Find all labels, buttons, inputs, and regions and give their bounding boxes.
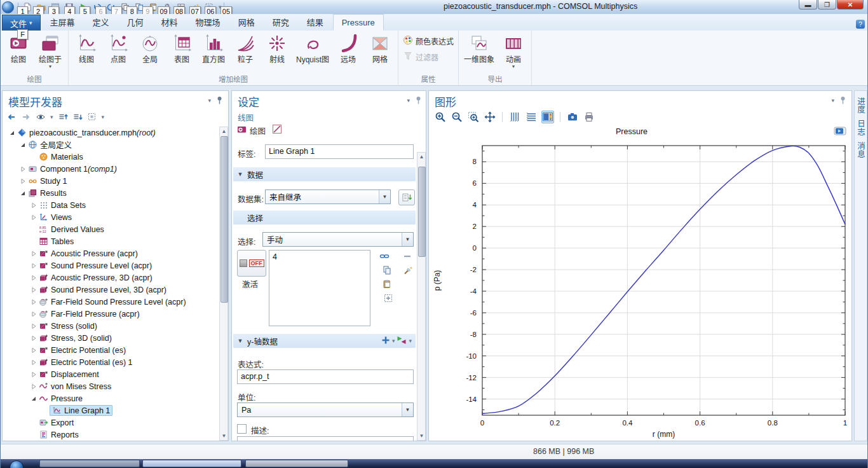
tree-item-tables[interactable]: Tables bbox=[3, 235, 219, 247]
pin-icon[interactable] bbox=[216, 96, 223, 104]
zoom-box-icon[interactable] bbox=[467, 111, 480, 123]
tree-item-component-1[interactable]: Component 1 (comp1) bbox=[3, 163, 219, 175]
collapsed-icon[interactable] bbox=[30, 383, 37, 390]
link-icon[interactable] bbox=[379, 251, 390, 264]
replace-expression-dropdown-icon[interactable]: ▾ bbox=[409, 338, 412, 344]
ribbon-button-直方图[interactable]: 直方图 bbox=[198, 32, 229, 74]
zoom-sel-icon[interactable] bbox=[383, 293, 393, 306]
collapse-icon[interactable]: ▼ bbox=[233, 171, 247, 177]
minimize-button[interactable]: ▬ bbox=[799, 0, 817, 10]
tree-item-far-field-pressure-acpr-[interactable]: Far-Field Pressure (acpr) bbox=[3, 308, 219, 320]
tree-item-stress-3d-solid-[interactable]: Stress, 3D (solid) bbox=[3, 332, 219, 344]
y-grid-icon[interactable] bbox=[525, 111, 538, 123]
zoom-out-icon[interactable] bbox=[451, 111, 463, 123]
collapsed-icon[interactable] bbox=[19, 177, 27, 185]
collapsed-icon[interactable] bbox=[30, 359, 37, 366]
panel-menu-icon[interactable]: ▾ bbox=[831, 97, 834, 104]
unit-dropdown[interactable]: Pa▼ bbox=[237, 403, 414, 417]
snapshot-icon[interactable] bbox=[566, 111, 579, 123]
line-style-icon[interactable] bbox=[272, 124, 282, 137]
restore-button[interactable]: ❐ bbox=[818, 0, 836, 10]
tree-item-electric-potential-es-[interactable]: Electric Potential (es) bbox=[3, 344, 219, 356]
plot-button[interactable]: 绘图 bbox=[237, 125, 266, 137]
tree-item--[interactable]: 全局定义 bbox=[3, 139, 219, 151]
tree-item-pressure[interactable]: Pressure bbox=[3, 392, 219, 404]
dropdown-icon[interactable]: ▾ bbox=[512, 64, 515, 69]
expanded-icon[interactable] bbox=[19, 189, 27, 197]
add-expression-dropdown-icon[interactable]: ▾ bbox=[392, 338, 395, 344]
tree-item-acoustic-pressure-3d-acpr-[interactable]: Acoustic Pressure, 3D (acpr) bbox=[3, 272, 219, 284]
tab-pressure[interactable]: Pressure bbox=[333, 14, 384, 31]
collapse-icon[interactable]: ▼ bbox=[233, 338, 247, 344]
expression-input[interactable]: acpr.p_t bbox=[237, 369, 414, 384]
tree-item-results[interactable]: Results bbox=[3, 187, 219, 199]
dropdown-icon[interactable]: ▾ bbox=[50, 114, 53, 120]
description-input[interactable] bbox=[237, 436, 414, 441]
add-expression-icon[interactable] bbox=[381, 336, 390, 347]
plot-canvas[interactable]: 00.20.40.60.81-14-12-10-8-6-4-202468Pres… bbox=[430, 124, 851, 441]
scroll-up-icon[interactable]: ▲ bbox=[419, 154, 424, 160]
pin-icon[interactable] bbox=[415, 96, 422, 104]
expanded-icon[interactable] bbox=[8, 129, 16, 137]
tree-item-sound-pressure-level-acpr-[interactable]: Sound Pressure Level (acpr) bbox=[3, 259, 219, 272]
selection-list[interactable]: 4 bbox=[269, 250, 370, 326]
tab-研究[interactable]: 研究 bbox=[264, 14, 297, 29]
scrollbar-thumb[interactable] bbox=[418, 167, 426, 257]
section-y-axis-data[interactable]: ▼ y-轴数据 ▾ ▾ bbox=[233, 334, 416, 348]
panel-menu-icon[interactable]: ▾ bbox=[208, 97, 211, 104]
tree-item-materials[interactable]: Materials bbox=[3, 151, 219, 163]
forward-icon[interactable] bbox=[21, 112, 31, 122]
scroll-up-icon[interactable]: ▲ bbox=[221, 128, 227, 134]
expanded-icon[interactable] bbox=[19, 141, 27, 149]
tree-item-views[interactable]: Views bbox=[3, 211, 219, 223]
ribbon-button-射线[interactable]: 射线 bbox=[261, 32, 293, 74]
ribbon-button-网格[interactable]: 网格 bbox=[364, 32, 396, 74]
collapsed-icon[interactable] bbox=[30, 286, 37, 294]
pin-icon[interactable] bbox=[839, 96, 846, 104]
minus-icon[interactable] bbox=[402, 251, 412, 264]
taskbar-window-button-active[interactable] bbox=[142, 460, 241, 467]
model-node-icon[interactable] bbox=[87, 112, 97, 122]
go-to-source-icon[interactable] bbox=[398, 189, 415, 205]
tree-item-reports[interactable]: Reports bbox=[3, 429, 219, 441]
ribbon-button-颜色表达式[interactable]: 颜色表达式 bbox=[400, 34, 456, 48]
dataset-dropdown[interactable]: 来自继承▼ bbox=[265, 189, 391, 204]
close-button[interactable]: ✕ bbox=[837, 0, 864, 10]
print-icon[interactable] bbox=[583, 111, 595, 123]
move-up-icon[interactable] bbox=[58, 112, 68, 122]
ribbon-button-全局[interactable]: 全局 bbox=[134, 32, 166, 74]
line-chart[interactable]: 00.20.40.60.81-14-12-10-8-6-4-202468Pres… bbox=[430, 124, 851, 441]
collapsed-icon[interactable] bbox=[30, 334, 37, 342]
collapsed-icon[interactable] bbox=[30, 322, 37, 330]
dropdown-icon[interactable]: ▾ bbox=[102, 114, 105, 120]
ribbon-button-过滤器[interactable]: 过滤器 bbox=[400, 50, 441, 64]
panel-menu-icon[interactable]: ▾ bbox=[407, 97, 410, 104]
collapsed-icon[interactable] bbox=[30, 214, 37, 221]
tab-材料[interactable]: 材料 bbox=[153, 14, 186, 29]
collapsed-icon[interactable] bbox=[30, 202, 37, 209]
zoom-in-icon[interactable] bbox=[434, 111, 447, 123]
collapsed-icon[interactable] bbox=[30, 274, 37, 282]
tree-item-stress-solid-[interactable]: Stress (solid) bbox=[3, 320, 219, 332]
collapsed-icon[interactable] bbox=[19, 165, 27, 173]
scroll-down-icon[interactable]: ▼ bbox=[221, 433, 227, 439]
ribbon-button-Nyquist图[interactable]: Nyquist图 bbox=[293, 32, 332, 74]
collapsed-icon[interactable] bbox=[30, 371, 37, 378]
section-data[interactable]: ▼ 数据 bbox=[233, 167, 416, 181]
show-eye-icon[interactable] bbox=[36, 112, 46, 122]
tab-几何[interactable]: 几何 bbox=[119, 14, 152, 29]
active-toggle-button[interactable]: OFF bbox=[237, 250, 266, 277]
x-grid-icon[interactable] bbox=[508, 111, 521, 123]
tab-结果[interactable]: 结果 bbox=[299, 14, 332, 29]
tree-item-von-mises-stress[interactable]: von Mises Stress bbox=[3, 380, 219, 392]
clear-sel-icon[interactable] bbox=[403, 265, 414, 278]
tab-网格[interactable]: 网格 bbox=[230, 14, 263, 29]
side-tab-进度[interactable]: 进度 bbox=[855, 97, 867, 113]
back-icon[interactable] bbox=[6, 112, 17, 122]
file-tab[interactable]: 文件▾ bbox=[2, 15, 41, 31]
plot-window-icon[interactable] bbox=[834, 127, 846, 138]
scrollbar-thumb[interactable] bbox=[220, 136, 228, 303]
tree-item-data-sets[interactable]: Data Sets bbox=[3, 199, 219, 211]
zoom-extents-icon[interactable] bbox=[484, 111, 496, 123]
expanded-icon[interactable] bbox=[30, 395, 37, 403]
